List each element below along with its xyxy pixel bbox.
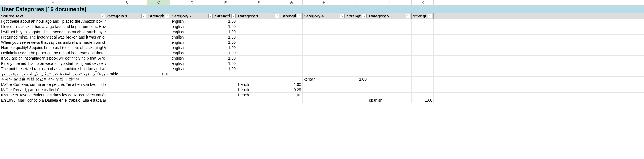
cell[interactable]: En 1995, Mark conoció a Daniela en el tr… (0, 98, 106, 103)
cell[interactable] (214, 71, 237, 76)
cell[interactable] (412, 24, 434, 29)
cell[interactable] (280, 40, 303, 45)
cell[interactable] (303, 71, 346, 76)
filter-icon[interactable] (428, 14, 432, 18)
cell[interactable]: english (170, 50, 214, 55)
cell[interactable] (106, 56, 147, 61)
cell[interactable] (170, 93, 214, 98)
cell[interactable] (346, 87, 368, 92)
cell[interactable] (147, 56, 170, 61)
cell[interactable] (346, 61, 368, 66)
cell[interactable] (147, 61, 170, 66)
cell[interactable] (368, 66, 412, 71)
cell[interactable] (412, 56, 434, 61)
cell[interactable] (237, 45, 280, 50)
cell[interactable] (237, 61, 280, 66)
table-row[interactable]: The unit I received ran as loud as a mac… (0, 66, 644, 71)
cell[interactable] (280, 61, 303, 66)
cell[interactable] (434, 35, 644, 40)
cell[interactable] (412, 66, 434, 71)
cell[interactable] (214, 93, 237, 98)
table-row[interactable]: En 1995, Mark conoció a Daniela en el tr… (0, 98, 644, 103)
cell[interactable]: english (170, 40, 214, 45)
cell[interactable]: 1,00 (214, 19, 237, 24)
filter-icon[interactable] (406, 14, 410, 18)
cell[interactable] (106, 40, 147, 45)
cell[interactable] (147, 29, 170, 34)
cell[interactable]: french (237, 87, 280, 92)
cell[interactable] (147, 87, 170, 92)
filter-icon[interactable] (340, 14, 345, 18)
cell[interactable] (434, 87, 644, 92)
header-cat2[interactable]: Category 2 (170, 13, 214, 19)
cell[interactable] (412, 19, 434, 24)
cell[interactable] (368, 19, 412, 24)
cell[interactable]: I got these about an hour ago and I plac… (0, 19, 106, 24)
table-row[interactable]: When you see reviews that say this umbre… (0, 40, 644, 45)
cell[interactable] (147, 19, 170, 24)
cell[interactable] (147, 98, 170, 103)
cell[interactable] (106, 98, 147, 103)
header-source-text[interactable]: Source Text (0, 13, 106, 19)
cell[interactable]: 1,00 (214, 66, 237, 71)
cell[interactable] (303, 56, 346, 61)
cell[interactable] (170, 82, 214, 87)
cell[interactable] (412, 45, 434, 50)
cell[interactable]: 1,00 (214, 35, 237, 40)
cell[interactable]: english (170, 35, 214, 40)
filter-icon[interactable] (275, 14, 279, 18)
table-row[interactable]: 경제의 발전을 위한 중요정책의 수립에 관하여korean1,00 (0, 77, 644, 82)
cell[interactable] (368, 40, 412, 45)
cell[interactable] (303, 45, 346, 50)
header-cat1[interactable]: Category 1 (106, 13, 147, 19)
cell[interactable] (237, 40, 280, 45)
table-row[interactable]: I returned mine. The factory seal was br… (0, 35, 644, 40)
cell[interactable] (106, 35, 147, 40)
cell[interactable] (237, 77, 280, 82)
col-header-H[interactable]: H (303, 0, 346, 5)
cell[interactable] (303, 50, 346, 55)
filter-icon[interactable] (101, 14, 105, 18)
cell[interactable]: english (170, 66, 214, 71)
cell[interactable]: If you are an insomniac this book will d… (0, 56, 106, 61)
cell[interactable] (368, 71, 412, 76)
cell[interactable]: Maître Corbeau, sur un arbre perché, Ten… (0, 82, 106, 87)
cell[interactable] (434, 29, 644, 34)
cell[interactable] (147, 50, 170, 55)
cell[interactable] (412, 40, 434, 45)
cell[interactable] (237, 98, 280, 103)
cell[interactable] (412, 29, 434, 34)
cell[interactable] (237, 56, 280, 61)
cell[interactable] (368, 24, 412, 29)
cell[interactable] (303, 19, 346, 24)
cell[interactable] (106, 24, 147, 29)
cell[interactable] (303, 82, 346, 87)
cell[interactable] (346, 19, 368, 24)
cell[interactable] (412, 87, 434, 92)
cell[interactable] (412, 77, 434, 82)
cell[interactable] (237, 66, 280, 71)
cell[interactable] (303, 24, 346, 29)
cell[interactable] (434, 98, 644, 103)
cell[interactable] (368, 93, 412, 98)
cell[interactable] (214, 98, 237, 103)
table-row[interactable]: uzanne et Joseph étaient nés dans les de… (0, 93, 644, 98)
filter-icon[interactable] (165, 14, 169, 18)
cell[interactable] (412, 71, 434, 76)
col-header-F[interactable]: F (237, 0, 280, 5)
cell[interactable]: I returned mine. The factory seal was br… (0, 35, 106, 40)
cell[interactable] (346, 45, 368, 50)
header-cat3[interactable]: Category 3 (237, 13, 280, 19)
cell[interactable]: english (170, 24, 214, 29)
cell[interactable]: uzanne et Joseph étaient nés dans les de… (0, 93, 106, 98)
cell[interactable]: The unit I received ran as loud as a mac… (0, 66, 106, 71)
cell[interactable]: 0,29 (280, 87, 303, 92)
cell[interactable]: Finally opened this up on vacation yo st… (0, 61, 106, 66)
cell[interactable] (280, 56, 303, 61)
table-row[interactable]: ن يتكلّم ، فهو يتحدّث بلغة يونيكود. تسجّ… (0, 71, 644, 77)
cell[interactable] (368, 45, 412, 50)
cell[interactable] (237, 71, 280, 76)
cell[interactable] (434, 56, 644, 61)
cell[interactable] (280, 35, 303, 40)
cell[interactable] (147, 45, 170, 50)
